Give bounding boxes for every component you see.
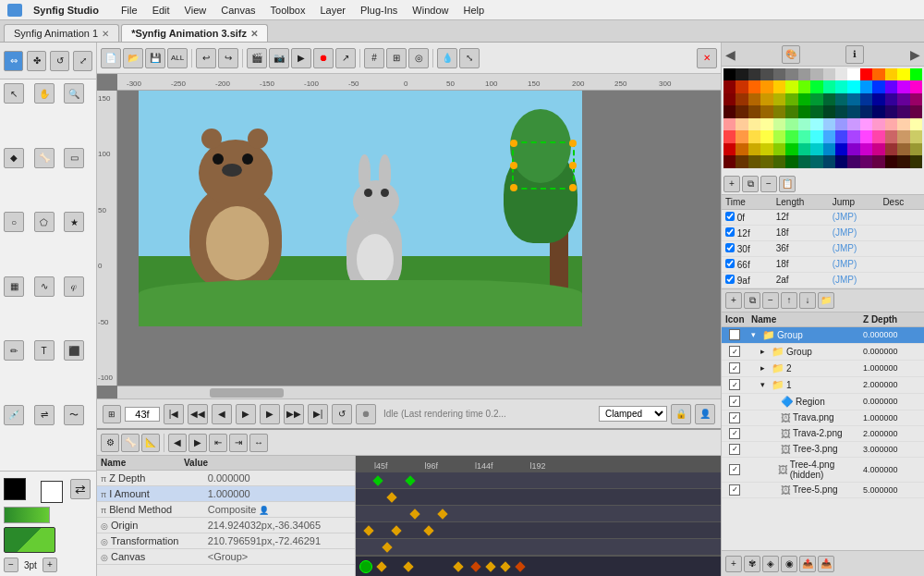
layer-row-6[interactable]: ✓ 🖼 Trava-2.png 2.000000 (722, 426, 924, 442)
kf-check-0[interactable] (725, 212, 735, 221)
tool-polygon[interactable]: ⬠ (34, 212, 55, 232)
layer-vis-check-1[interactable]: ✓ (729, 346, 740, 357)
palette-color-54[interactable] (798, 105, 810, 117)
layers-footer-btn4[interactable]: ◉ (781, 556, 797, 572)
palette-color-28[interactable] (872, 80, 884, 92)
palette-color-112[interactable] (723, 155, 736, 167)
palette-color-64[interactable] (723, 118, 736, 130)
palette-color-92[interactable] (872, 130, 884, 142)
kf-jump-2[interactable]: (JMP) (829, 240, 880, 256)
palette-color-6[interactable] (798, 68, 810, 80)
kf-jump-3[interactable]: (JMP) (829, 256, 880, 272)
tl-bottom-d6[interactable] (500, 561, 510, 571)
menu-canvas[interactable]: Canvas (213, 3, 262, 18)
palette-color-38[interactable] (798, 93, 810, 105)
tl-bottom-d3[interactable] (453, 561, 463, 571)
palette-color-53[interactable] (785, 105, 797, 117)
palette-color-120[interactable] (823, 155, 835, 167)
layer-del-btn[interactable]: − (762, 292, 779, 309)
handle-br[interactable] (569, 184, 577, 191)
handle-mr[interactable] (569, 162, 577, 169)
palette-color-117[interactable] (785, 155, 797, 167)
param-origin-value[interactable]: 214.924032px,-36.34065 (204, 518, 355, 533)
eyedrop-btn[interactable]: 💧 (437, 48, 457, 68)
layer-dup-btn[interactable]: ⧉ (744, 292, 760, 309)
tab-animation3[interactable]: *Synfig Animation 3.sifz ✕ (121, 24, 268, 42)
palette-color-62[interactable] (897, 105, 909, 117)
layers-footer-btn5[interactable]: 📤 (799, 556, 816, 572)
kf-diamond-3-2[interactable] (391, 525, 401, 535)
foreground-color[interactable] (4, 478, 26, 500)
tl-tool5[interactable]: ▶ (188, 434, 207, 452)
palette-color-77[interactable] (885, 118, 897, 130)
palette-color-68[interactable] (773, 118, 785, 130)
handle-tl[interactable] (510, 140, 517, 147)
palette-color-52[interactable] (773, 105, 785, 117)
palette-color-82[interactable] (748, 130, 760, 142)
palette-color-90[interactable] (847, 130, 859, 142)
tool-eyedropper[interactable]: 💉 (4, 405, 24, 425)
render-frame-btn[interactable]: 📷 (269, 48, 289, 68)
layer-row-7[interactable]: ✓ 🖼 Tree-3.png 3.000000 (722, 442, 924, 458)
layer-vis-check-0[interactable]: ✓ (729, 329, 740, 340)
new-canvas-btn[interactable]: 📄 (101, 48, 121, 68)
kf-check-2[interactable] (725, 243, 735, 252)
palette-color-103[interactable] (810, 143, 822, 155)
palette-color-86[interactable] (798, 130, 810, 142)
palette-color-44[interactable] (872, 93, 884, 105)
interpolate-btn[interactable]: ↗ (335, 48, 356, 68)
onion-btn[interactable]: ◎ (408, 48, 429, 68)
palette-color-74[interactable] (847, 118, 859, 130)
kf-diamond-4-1[interactable] (382, 542, 392, 552)
layer-row-4[interactable]: ✓ 🔷 Region 0.000000 (722, 394, 924, 411)
tool-scale[interactable]: ⤢ (73, 51, 92, 71)
person-btn[interactable]: 👤 (695, 404, 715, 424)
horizontal-scrollbar[interactable] (117, 386, 721, 398)
tl-bottom-d4[interactable] (470, 561, 480, 571)
tl-tool1[interactable]: ⚙ (101, 434, 119, 452)
palette-color-47[interactable] (910, 93, 922, 105)
palette-color-40[interactable] (823, 93, 835, 105)
handle-ml[interactable] (510, 162, 517, 169)
tool-rotate[interactable]: ↺ (50, 51, 69, 71)
palette-color-118[interactable] (798, 155, 810, 167)
tl-bottom-d7[interactable] (515, 561, 525, 571)
kf-check-1[interactable] (725, 227, 735, 237)
layer-up-btn[interactable]: ↑ (781, 292, 797, 309)
palette-color-67[interactable] (760, 118, 772, 130)
layer-expand-0[interactable]: ▾ (751, 330, 760, 339)
kf-diamond-2-2[interactable] (437, 509, 447, 519)
layer-add-btn[interactable]: + (725, 292, 742, 309)
palette-color-70[interactable] (798, 118, 810, 130)
palette-color-107[interactable] (860, 143, 872, 155)
param-amount-value[interactable]: 1.000000 (204, 486, 355, 502)
tl-green-dot[interactable] (359, 560, 372, 573)
tool-hand[interactable]: ✋ (34, 83, 55, 104)
palette-color-41[interactable] (835, 93, 847, 105)
palette-color-17[interactable] (736, 80, 748, 92)
palette-color-20[interactable] (773, 80, 785, 92)
palette-color-115[interactable] (760, 155, 772, 167)
palette-color-79[interactable] (910, 118, 922, 130)
palette-color-98[interactable] (748, 143, 760, 155)
palette-color-96[interactable] (723, 143, 736, 155)
layers-footer-btn2[interactable]: ✾ (744, 556, 760, 572)
tl-tool3[interactable]: 📐 (141, 434, 160, 452)
palette-color-35[interactable] (760, 93, 772, 105)
kf-row-1[interactable]: 12f 18f (JMP) (722, 225, 924, 240)
palette-color-111[interactable] (910, 143, 922, 155)
palette-color-104[interactable] (823, 143, 835, 155)
layer-row-1[interactable]: ✓ ▸ 📁 Group 0.000000 (722, 344, 924, 361)
palette-color-45[interactable] (885, 93, 897, 105)
palette-color-105[interactable] (835, 143, 847, 155)
palette-color-14[interactable] (897, 68, 909, 80)
param-canvas-value[interactable]: <Group> (204, 549, 355, 565)
kf-btn4[interactable]: 📋 (779, 176, 796, 192)
palette-color-65[interactable] (736, 118, 748, 130)
kf-add-btn[interactable]: + (723, 176, 740, 192)
palette-color-26[interactable] (847, 80, 859, 92)
render-btn[interactable]: 🎬 (247, 48, 267, 68)
palette-color-19[interactable] (760, 80, 772, 92)
palette-color-36[interactable] (773, 93, 785, 105)
record-btn[interactable]: ⏺ (313, 48, 334, 68)
